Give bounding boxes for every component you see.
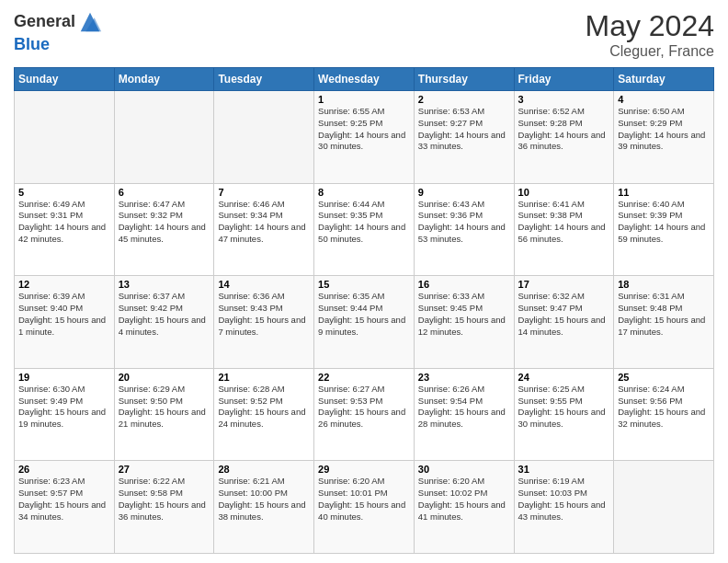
day-info: Sunrise: 6:53 AMSunset: 9:27 PMDaylight:… <box>418 106 510 153</box>
day-number: 22 <box>318 372 410 383</box>
day-number: 27 <box>119 464 210 475</box>
day-info: Sunrise: 6:20 AMSunset: 10:02 PMDaylight… <box>418 476 510 523</box>
weekday-header-sunday: Sunday <box>15 68 115 91</box>
day-number: 29 <box>318 464 410 475</box>
day-info: Sunrise: 6:41 AMSunset: 9:38 PMDaylight:… <box>518 199 610 246</box>
weekday-header-tuesday: Tuesday <box>214 68 314 91</box>
day-number: 1 <box>318 94 410 105</box>
day-number: 31 <box>518 464 610 475</box>
day-cell: 7Sunrise: 6:46 AMSunset: 9:34 PMDaylight… <box>214 183 314 276</box>
day-info: Sunrise: 6:47 AMSunset: 9:32 PMDaylight:… <box>119 199 210 246</box>
day-info: Sunrise: 6:23 AMSunset: 9:57 PMDaylight:… <box>18 476 110 523</box>
day-info: Sunrise: 6:40 AMSunset: 9:39 PMDaylight:… <box>618 199 710 246</box>
day-cell <box>15 91 115 184</box>
day-info: Sunrise: 6:21 AMSunset: 10:00 PMDaylight… <box>218 476 310 523</box>
day-number: 20 <box>119 372 210 383</box>
day-number: 11 <box>618 187 710 198</box>
day-cell: 21Sunrise: 6:28 AMSunset: 9:52 PMDayligh… <box>214 368 314 461</box>
day-info: Sunrise: 6:20 AMSunset: 10:01 PMDaylight… <box>318 476 410 523</box>
day-number: 25 <box>618 372 710 383</box>
day-info: Sunrise: 6:37 AMSunset: 9:42 PMDaylight:… <box>119 291 210 338</box>
day-cell: 19Sunrise: 6:30 AMSunset: 9:49 PMDayligh… <box>15 368 115 461</box>
day-number: 14 <box>218 279 310 290</box>
day-cell <box>614 461 714 554</box>
day-cell <box>114 91 214 184</box>
day-info: Sunrise: 6:22 AMSunset: 9:58 PMDaylight:… <box>119 476 210 523</box>
day-info: Sunrise: 6:32 AMSunset: 9:47 PMDaylight:… <box>518 291 610 338</box>
day-info: Sunrise: 6:19 AMSunset: 10:03 PMDaylight… <box>518 476 610 523</box>
day-number: 30 <box>418 464 510 475</box>
week-row-1: 5Sunrise: 6:49 AMSunset: 9:31 PMDaylight… <box>15 183 714 276</box>
day-cell: 31Sunrise: 6:19 AMSunset: 10:03 PMDaylig… <box>514 461 614 554</box>
day-info: Sunrise: 6:27 AMSunset: 9:53 PMDaylight:… <box>318 384 410 431</box>
day-cell: 27Sunrise: 6:22 AMSunset: 9:58 PMDayligh… <box>114 461 214 554</box>
day-info: Sunrise: 6:31 AMSunset: 9:48 PMDaylight:… <box>618 291 710 338</box>
day-info: Sunrise: 6:43 AMSunset: 9:36 PMDaylight:… <box>418 199 510 246</box>
day-number: 6 <box>119 187 210 198</box>
logo: General Blue <box>14 9 103 55</box>
day-number: 18 <box>618 279 710 290</box>
calendar-table: SundayMondayTuesdayWednesdayThursdayFrid… <box>14 67 714 554</box>
day-info: Sunrise: 6:24 AMSunset: 9:56 PMDaylight:… <box>618 384 710 431</box>
page: General Blue May 2024 Cleguer, France Su… <box>0 0 728 563</box>
day-info: Sunrise: 6:35 AMSunset: 9:44 PMDaylight:… <box>318 291 410 338</box>
day-cell: 5Sunrise: 6:49 AMSunset: 9:31 PMDaylight… <box>15 183 115 276</box>
title-block: May 2024 Cleguer, France <box>585 9 714 60</box>
weekday-header-saturday: Saturday <box>614 68 714 91</box>
logo-general: General <box>14 12 75 30</box>
day-number: 10 <box>518 187 610 198</box>
day-number: 24 <box>518 372 610 383</box>
day-number: 17 <box>518 279 610 290</box>
day-info: Sunrise: 6:50 AMSunset: 9:29 PMDaylight:… <box>618 106 710 153</box>
day-number: 26 <box>18 464 110 475</box>
week-row-3: 19Sunrise: 6:30 AMSunset: 9:49 PMDayligh… <box>15 368 714 461</box>
logo-blue-text: Blue <box>14 35 50 55</box>
day-cell: 11Sunrise: 6:40 AMSunset: 9:39 PMDayligh… <box>614 183 714 276</box>
day-cell: 16Sunrise: 6:33 AMSunset: 9:45 PMDayligh… <box>414 276 514 369</box>
calendar-header: SundayMondayTuesdayWednesdayThursdayFrid… <box>15 68 714 91</box>
header: General Blue May 2024 Cleguer, France <box>14 9 714 60</box>
day-cell: 13Sunrise: 6:37 AMSunset: 9:42 PMDayligh… <box>114 276 214 369</box>
day-info: Sunrise: 6:25 AMSunset: 9:55 PMDaylight:… <box>518 384 610 431</box>
day-info: Sunrise: 6:30 AMSunset: 9:49 PMDaylight:… <box>18 384 110 431</box>
day-cell: 23Sunrise: 6:26 AMSunset: 9:54 PMDayligh… <box>414 368 514 461</box>
day-cell: 28Sunrise: 6:21 AMSunset: 10:00 PMDaylig… <box>214 461 314 554</box>
day-info: Sunrise: 6:44 AMSunset: 9:35 PMDaylight:… <box>318 199 410 246</box>
weekday-header-friday: Friday <box>514 68 614 91</box>
day-number: 23 <box>418 372 510 383</box>
day-cell: 20Sunrise: 6:29 AMSunset: 9:50 PMDayligh… <box>114 368 214 461</box>
day-number: 12 <box>18 279 110 290</box>
day-info: Sunrise: 6:28 AMSunset: 9:52 PMDaylight:… <box>218 384 310 431</box>
day-number: 21 <box>218 372 310 383</box>
day-cell: 2Sunrise: 6:53 AMSunset: 9:27 PMDaylight… <box>414 91 514 184</box>
month-title: May 2024 <box>585 9 714 43</box>
weekday-row: SundayMondayTuesdayWednesdayThursdayFrid… <box>15 68 714 91</box>
day-number: 8 <box>318 187 410 198</box>
week-row-4: 26Sunrise: 6:23 AMSunset: 9:57 PMDayligh… <box>15 461 714 554</box>
day-cell: 6Sunrise: 6:47 AMSunset: 9:32 PMDaylight… <box>114 183 214 276</box>
day-cell: 26Sunrise: 6:23 AMSunset: 9:57 PMDayligh… <box>15 461 115 554</box>
day-cell: 4Sunrise: 6:50 AMSunset: 9:29 PMDaylight… <box>614 91 714 184</box>
day-cell: 29Sunrise: 6:20 AMSunset: 10:01 PMDaylig… <box>314 461 415 554</box>
calendar-body: 1Sunrise: 6:55 AMSunset: 9:25 PMDaylight… <box>15 91 714 554</box>
day-number: 5 <box>18 187 110 198</box>
day-number: 16 <box>418 279 510 290</box>
day-number: 2 <box>418 94 510 105</box>
day-number: 13 <box>119 279 210 290</box>
day-number: 3 <box>518 94 610 105</box>
weekday-header-wednesday: Wednesday <box>314 68 415 91</box>
day-info: Sunrise: 6:55 AMSunset: 9:25 PMDaylight:… <box>318 106 410 153</box>
day-number: 28 <box>218 464 310 475</box>
day-number: 7 <box>218 187 310 198</box>
day-number: 15 <box>318 279 410 290</box>
day-number: 19 <box>18 372 110 383</box>
day-cell: 18Sunrise: 6:31 AMSunset: 9:48 PMDayligh… <box>614 276 714 369</box>
day-info: Sunrise: 6:49 AMSunset: 9:31 PMDaylight:… <box>18 199 110 246</box>
day-cell: 17Sunrise: 6:32 AMSunset: 9:47 PMDayligh… <box>514 276 614 369</box>
day-cell <box>214 91 314 184</box>
day-cell: 3Sunrise: 6:52 AMSunset: 9:28 PMDaylight… <box>514 91 614 184</box>
day-cell: 25Sunrise: 6:24 AMSunset: 9:56 PMDayligh… <box>614 368 714 461</box>
logo-icon <box>77 9 103 35</box>
location-title: Cleguer, France <box>585 43 714 60</box>
day-cell: 8Sunrise: 6:44 AMSunset: 9:35 PMDaylight… <box>314 183 415 276</box>
